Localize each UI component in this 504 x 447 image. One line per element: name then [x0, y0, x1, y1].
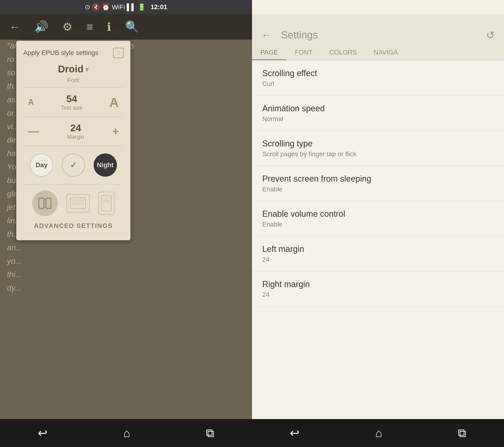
scrolling-type-value: Scroll pages by finger tap or flick	[262, 150, 494, 158]
scrolling-effect-item[interactable]: Scrolling effect Curl	[252, 61, 504, 96]
night-theme-button[interactable]: Night	[94, 154, 117, 177]
volume-control-value: Enable	[262, 221, 494, 228]
font-selector[interactable]: Droid ▾	[23, 64, 124, 75]
status-bar-right	[252, 0, 504, 14]
right-margin-item[interactable]: Right margin 24	[252, 272, 504, 307]
volume-control-title: Enable volume control	[262, 209, 494, 219]
prevent-sleep-item[interactable]: Prevent screen from sleeping Enable	[252, 166, 504, 201]
text-size-label: Text size	[61, 104, 82, 111]
divider-1	[23, 87, 124, 88]
back-nav-button[interactable]: ↩	[38, 426, 48, 440]
decrease-text-size-button[interactable]: A	[28, 97, 34, 107]
animation-speed-value: Normal	[262, 115, 494, 123]
font-dropdown-arrow: ▾	[85, 65, 89, 73]
popup-header: Apply EPUB slyle settings □	[23, 48, 124, 58]
animation-speed-title: Animation speed	[262, 103, 494, 113]
search-icon[interactable]: 🔍	[125, 20, 139, 33]
left-margin-title: Left margin	[262, 244, 494, 254]
home-nav-right-button[interactable]: ⌂	[375, 426, 382, 440]
settings-back-button[interactable]: ←	[261, 29, 271, 41]
tab-font[interactable]: FONT	[287, 45, 321, 60]
left-margin-item[interactable]: Left margin 24	[252, 236, 504, 272]
tab-naviga[interactable]: NAVIGA	[365, 45, 406, 60]
settings-header: ← Settings ↺	[252, 14, 504, 42]
svg-rect-0	[39, 198, 44, 208]
tab-colors[interactable]: COLORS	[321, 45, 365, 60]
tab-page[interactable]: PAGE	[252, 45, 287, 60]
scrolling-effect-title: Scrolling effect	[262, 69, 494, 78]
nav-bar-right: ↩ ⌂ ⧉	[252, 419, 504, 447]
right-margin-value: 24	[262, 291, 494, 298]
popup-title: Apply EPUB slyle settings	[23, 49, 98, 57]
settings-title: Settings	[281, 29, 477, 41]
prevent-sleep-title: Prevent screen from sleeping	[262, 174, 494, 184]
info-icon[interactable]: ℹ	[107, 20, 111, 33]
margin-value: 24	[67, 122, 84, 134]
volume-control-item[interactable]: Enable volume control Enable	[252, 201, 504, 236]
right-margin-title: Right margin	[262, 279, 494, 289]
animation-speed-item[interactable]: Animation speed Normal	[252, 96, 504, 131]
divider-2	[23, 117, 124, 117]
scrolling-type-item[interactable]: Scrolling type Scroll pages by finger ta…	[252, 131, 504, 166]
margin-control: — 24 Margin +	[23, 120, 124, 142]
back-nav-right-button[interactable]: ↩	[290, 426, 300, 440]
tabs-row: PAGE FONT COLORS NAVIGA	[252, 42, 504, 61]
day-theme-button[interactable]: Day	[30, 154, 53, 177]
increase-margin-button[interactable]: +	[112, 125, 119, 138]
portrait-layout-button[interactable]	[98, 192, 115, 215]
landscape-layout-button[interactable]	[66, 194, 90, 213]
left-margin-value: 24	[262, 256, 494, 263]
menu-icon[interactable]: ≡	[86, 20, 93, 33]
margin-display: 24 Margin	[67, 122, 84, 140]
epub-settings-popup: Apply EPUB slyle settings □ Droid ▾ Font…	[16, 41, 130, 240]
scrolling-type-title: Scrolling type	[262, 139, 494, 149]
nav-bar-left: ↩ ⌂ ⧉	[0, 419, 252, 447]
prevent-sleep-value: Enable	[262, 186, 494, 193]
popup-close-button[interactable]: □	[113, 48, 124, 58]
status-time: 12:01	[150, 3, 167, 11]
audio-icon[interactable]: 🔊	[35, 20, 48, 33]
sepia-theme-button[interactable]: ✓	[62, 154, 85, 177]
font-label: Font	[23, 77, 124, 84]
toolbar-left: ← 🔊 ⚙ ≡ ℹ 🔍	[0, 14, 252, 40]
text-size-value: 54	[61, 93, 82, 104]
layout-row	[23, 188, 124, 218]
right-panel: ← Settings ↺ PAGE FONT COLORS NAVIGA Scr…	[252, 0, 504, 447]
status-icons: ⊙ 🔇 ⏰ WiFi ▌▌ 🔋	[85, 3, 146, 11]
status-bar-left: ⊙ 🔇 ⏰ WiFi ▌▌ 🔋 12:01	[0, 0, 252, 14]
divider-4	[23, 184, 124, 184]
recents-nav-button[interactable]: ⧉	[206, 426, 214, 440]
text-size-control: A 54 Text size A	[23, 91, 124, 113]
font-name: Droid	[58, 64, 84, 75]
svg-rect-6	[102, 196, 111, 211]
settings-list: Scrolling effect Curl Animation speed No…	[252, 61, 504, 419]
svg-rect-2	[70, 198, 86, 209]
back-button[interactable]: ←	[9, 20, 20, 33]
scrolling-effect-value: Curl	[262, 80, 494, 87]
settings-refresh-button[interactable]: ↺	[486, 29, 495, 41]
svg-rect-1	[46, 198, 51, 208]
settings-icon[interactable]: ⚙	[62, 20, 72, 33]
dual-page-layout-button[interactable]	[32, 190, 58, 216]
main-container: ⊙ 🔇 ⏰ WiFi ▌▌ 🔋 12:01 "Not long ago," sa…	[0, 0, 504, 447]
home-nav-button[interactable]: ⌂	[123, 426, 130, 440]
divider-3	[23, 146, 124, 146]
left-panel: ⊙ 🔇 ⏰ WiFi ▌▌ 🔋 12:01 "Not long ago," sa…	[0, 0, 252, 447]
recents-nav-right-button[interactable]: ⧉	[458, 426, 466, 440]
margin-label: Margin	[67, 134, 84, 140]
decrease-margin-button[interactable]: —	[28, 126, 39, 137]
increase-text-size-button[interactable]: A	[109, 95, 119, 110]
advanced-settings-button[interactable]: ADVANCED SETTINGS	[23, 218, 124, 233]
theme-row: Day ✓ Night	[23, 150, 124, 180]
text-size-display: 54 Text size	[61, 93, 82, 111]
